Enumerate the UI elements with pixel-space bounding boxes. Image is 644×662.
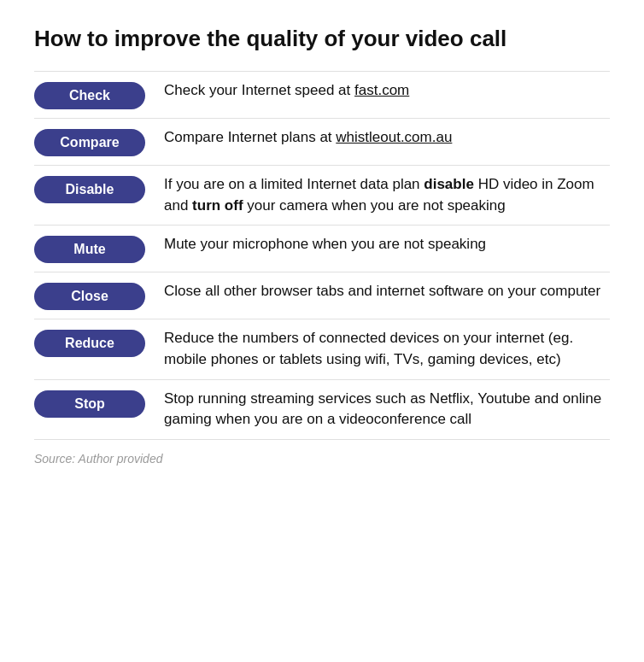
- badge-check: Check: [34, 82, 145, 109]
- source-text: Source: Author provided: [34, 452, 610, 466]
- badge-compare: Compare: [34, 129, 145, 156]
- page-title: How to improve the quality of your video…: [34, 26, 610, 52]
- item-row-close: CloseClose all other browser tabs and in…: [34, 272, 610, 319]
- badge-reduce: Reduce: [34, 330, 145, 357]
- whistleout-link[interactable]: whistleout.com.au: [336, 129, 452, 145]
- item-row-compare: CompareCompare Internet plans at whistle…: [34, 118, 610, 165]
- text-stop: Stop running streaming services such as …: [164, 389, 610, 431]
- item-row-check: CheckCheck your Internet speed at fast.c…: [34, 71, 610, 118]
- item-row-reduce: ReduceReduce the numbers of connected de…: [34, 319, 610, 378]
- text-close: Close all other browser tabs and interne…: [164, 281, 610, 302]
- badge-stop: Stop: [34, 390, 145, 418]
- badge-close: Close: [34, 283, 145, 310]
- fast-com-link[interactable]: fast.com: [354, 82, 409, 98]
- text-compare: Compare Internet plans at whistleout.com…: [164, 127, 610, 149]
- item-row-disable: DisableIf you are on a limited Internet …: [34, 165, 610, 225]
- item-row-stop: StopStop running streaming services such…: [34, 379, 610, 440]
- text-disable: If you are on a limited Internet data pl…: [164, 174, 610, 216]
- tips-list: CheckCheck your Internet speed at fast.c…: [34, 71, 610, 440]
- badge-mute: Mute: [34, 236, 145, 263]
- badge-disable: Disable: [34, 176, 145, 203]
- text-reduce: Reduce the numbers of connected devices …: [164, 328, 610, 370]
- text-mute: Mute your microphone when you are not sp…: [164, 234, 610, 255]
- item-row-mute: MuteMute your microphone when you are no…: [34, 225, 610, 272]
- text-check: Check your Internet speed at fast.com: [164, 80, 610, 102]
